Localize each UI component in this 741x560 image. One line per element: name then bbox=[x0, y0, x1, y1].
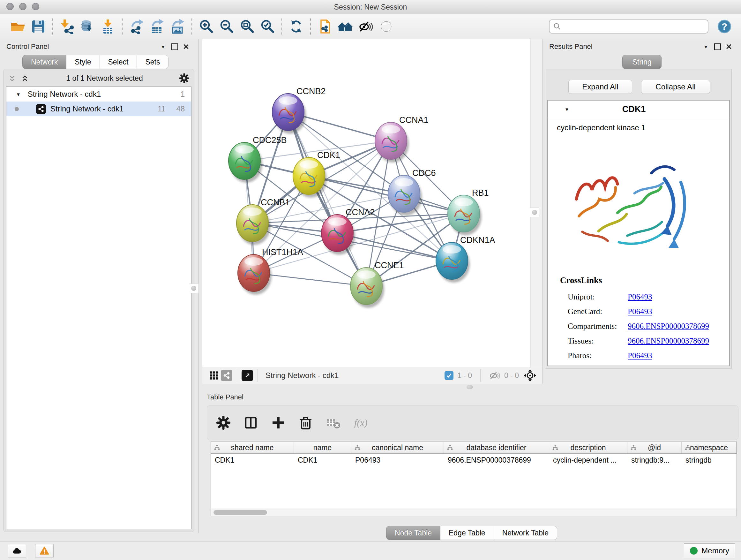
network-node-HIST1H1A[interactable]: HIST1H1A bbox=[238, 247, 303, 295]
zoom-in-button[interactable] bbox=[197, 17, 215, 36]
warnings-button[interactable] bbox=[35, 544, 54, 557]
network-row-selected[interactable]: String Network - cdk1 11 48 bbox=[6, 102, 191, 116]
collapse-all-networks-button[interactable] bbox=[6, 72, 19, 84]
table-settings-button[interactable] bbox=[215, 414, 232, 432]
zoom-out-button[interactable] bbox=[218, 17, 235, 36]
tree-icon bbox=[447, 444, 454, 451]
column-header-sharedname[interactable]: shared name bbox=[211, 442, 294, 453]
cloud-status-button[interactable] bbox=[8, 544, 26, 557]
export-table-button[interactable] bbox=[148, 17, 166, 36]
toggle-columns-button[interactable] bbox=[242, 414, 260, 432]
column-header-canonicalname[interactable]: canonical name bbox=[351, 442, 444, 453]
export-network-button[interactable] bbox=[128, 17, 145, 36]
export-image-button[interactable] bbox=[169, 17, 186, 36]
horizontal-scrollbar[interactable] bbox=[211, 509, 737, 516]
expand-all-button[interactable]: Expand All bbox=[568, 80, 632, 94]
tab-string[interactable]: String bbox=[622, 55, 661, 69]
crosslink-uniprot-link[interactable]: P06493 bbox=[628, 293, 652, 301]
function-builder-button[interactable] bbox=[352, 414, 370, 432]
chevron-down-icon: ▼ bbox=[161, 44, 165, 50]
crosslink-pharos-link[interactable]: P06493 bbox=[628, 351, 652, 360]
collapse-arrow-icon[interactable]: ▼ bbox=[564, 107, 569, 112]
column-header-label: shared name bbox=[231, 443, 273, 452]
network-node-CDC6[interactable]: CDC6 bbox=[388, 168, 436, 215]
detach-view-button[interactable] bbox=[242, 370, 253, 381]
search-box[interactable] bbox=[549, 19, 709, 34]
table-row[interactable]: CDK1CDK1P064939606.ENSP00000378699cyclin… bbox=[211, 454, 737, 466]
import-table-from-file-button[interactable] bbox=[99, 17, 117, 36]
column-header-databaseidentifier[interactable]: database identifier bbox=[444, 442, 549, 453]
zoom-fit-button[interactable] bbox=[238, 17, 256, 36]
crosslink-compartments-link[interactable]: 9606.ENSP00000378699 bbox=[628, 322, 709, 331]
graphics-detail-sphere-button[interactable] bbox=[377, 17, 395, 36]
tab-style[interactable]: Style bbox=[66, 55, 99, 69]
tab-node-table[interactable]: Node Table bbox=[386, 526, 441, 540]
crosslink-tissues-link[interactable]: 9606.ENSP00000378699 bbox=[628, 336, 709, 346]
control-panel-menu-button[interactable]: ▼ bbox=[157, 41, 169, 52]
network-node-CCNA1[interactable]: CCNA1 bbox=[375, 115, 428, 163]
results-panel-menu-button[interactable]: ▼ bbox=[700, 41, 712, 52]
zoom-fit-icon bbox=[239, 19, 255, 34]
network-view-canvas[interactable]: CCNB2CCNA1CDC25BCDK1CDC6RB1CCNB1CCNA2CDK… bbox=[202, 39, 530, 367]
search-input[interactable] bbox=[564, 22, 704, 31]
network-node-CDKN1A[interactable]: CDKN1A bbox=[436, 235, 495, 283]
control-panel: Control Panel ▼ NetworkStyleSelectSets 1… bbox=[0, 39, 199, 533]
crosslink-row: Uniprot:P06493 bbox=[568, 290, 724, 304]
import-network-from-database-button[interactable] bbox=[78, 17, 96, 36]
tab-network-table[interactable]: Network Table bbox=[494, 526, 557, 540]
network-collection-row[interactable]: ▼ String Network - cdk1 1 bbox=[6, 87, 191, 102]
zoom-selected-icon bbox=[260, 19, 275, 34]
expand-arrow-icon[interactable]: ▼ bbox=[16, 91, 21, 97]
application-window: Session: New Session Control Panel ▼ Net… bbox=[0, 0, 741, 560]
tab-sets[interactable]: Sets bbox=[137, 55, 169, 69]
column-header-description[interactable]: description bbox=[549, 442, 627, 453]
network-document-share-button[interactable] bbox=[316, 17, 334, 36]
column-header-namespace[interactable]: namespace bbox=[682, 442, 737, 453]
homes-button[interactable] bbox=[336, 17, 354, 36]
column-header-id[interactable]: @id bbox=[627, 442, 682, 453]
tab-network[interactable]: Network bbox=[22, 55, 66, 69]
column-header-name[interactable]: name bbox=[294, 442, 351, 453]
network-panel-options-button[interactable] bbox=[178, 71, 192, 85]
memory-button[interactable]: Memory bbox=[684, 543, 735, 558]
delete-table-button[interactable] bbox=[325, 414, 342, 432]
network-node-RB1[interactable]: RB1 bbox=[448, 188, 489, 235]
network-node-CDC25B[interactable]: CDC25B bbox=[228, 135, 287, 183]
import-network-from-file-button[interactable] bbox=[58, 17, 76, 36]
node-details-header[interactable]: ▼ CDK1 bbox=[548, 101, 729, 118]
control-panel-close-button[interactable] bbox=[180, 41, 192, 52]
network-overview-button[interactable] bbox=[221, 370, 232, 381]
zoom-selected-button[interactable] bbox=[259, 17, 276, 36]
network-node-CCNB1[interactable]: CCNB1 bbox=[237, 198, 290, 245]
expand-all-networks-button[interactable] bbox=[19, 72, 31, 84]
results-panel-float-button[interactable] bbox=[712, 41, 723, 52]
selected-nodes-checkbox[interactable] bbox=[445, 371, 454, 380]
control-panel-float-button[interactable] bbox=[169, 41, 180, 52]
close-icon bbox=[726, 44, 732, 50]
column-header-label: @id bbox=[648, 443, 661, 452]
tab-select[interactable]: Select bbox=[100, 55, 137, 69]
hide-panels-button[interactable] bbox=[357, 17, 375, 36]
create-column-button[interactable] bbox=[270, 414, 287, 432]
crosslink-genecard-link[interactable]: P06493 bbox=[628, 307, 652, 316]
tab-edge-table[interactable]: Edge Table bbox=[441, 526, 494, 540]
results-splitter-handle[interactable] bbox=[530, 207, 539, 217]
collapse-all-button[interactable]: Collapse All bbox=[641, 80, 710, 94]
help-button[interactable] bbox=[717, 18, 733, 35]
sphere-icon bbox=[379, 19, 394, 34]
save-session-button[interactable] bbox=[29, 17, 47, 36]
table-splitter-handle[interactable] bbox=[467, 385, 473, 389]
edges-selected-hidden-count: 0 - 0 bbox=[504, 371, 519, 380]
open-session-button[interactable] bbox=[9, 17, 27, 36]
scrollbar-thumb[interactable] bbox=[213, 510, 267, 515]
tree-icon bbox=[552, 444, 559, 451]
export-net-icon bbox=[129, 19, 144, 34]
apply-layout-button[interactable] bbox=[287, 17, 305, 36]
control-splitter-handle[interactable] bbox=[189, 284, 199, 293]
results-panel-close-button[interactable] bbox=[723, 41, 735, 52]
delete-columns-button[interactable] bbox=[297, 414, 315, 432]
fit-selected-button[interactable] bbox=[523, 368, 538, 383]
network-node-CCNB2[interactable]: CCNB2 bbox=[272, 86, 326, 134]
birds-eye-view-button[interactable] bbox=[207, 369, 221, 382]
node-table: shared namenamecanonical namedatabase id… bbox=[211, 442, 737, 516]
